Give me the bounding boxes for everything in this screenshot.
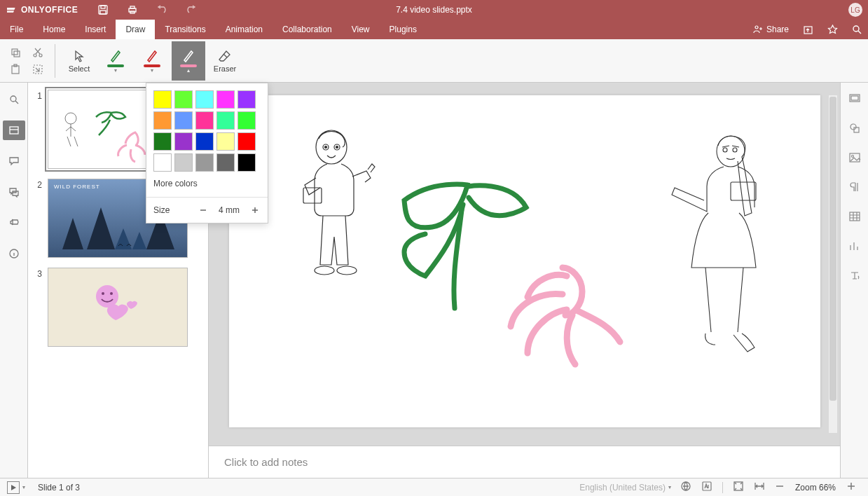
tab-collaboration[interactable]: Collaboration	[273, 20, 342, 39]
textart-settings-icon[interactable]	[845, 266, 864, 284]
fit-slide-icon[interactable]	[733, 481, 744, 494]
more-colors-button[interactable]: More colors	[153, 172, 261, 193]
svg-point-21	[65, 113, 76, 124]
tab-file[interactable]: File	[0, 20, 33, 39]
user-avatar[interactable]: LG	[848, 3, 862, 17]
paste-icon[interactable]	[10, 64, 21, 75]
eraser-label: Eraser	[214, 64, 236, 73]
color-swatch[interactable]	[174, 153, 193, 172]
select-all-icon[interactable]	[32, 64, 43, 75]
color-swatch[interactable]	[153, 153, 172, 172]
shape-settings-icon[interactable]	[845, 119, 864, 137]
fit-width-icon[interactable]	[754, 481, 765, 494]
slide-canvas[interactable]	[229, 95, 820, 427]
color-swatch[interactable]	[195, 132, 214, 151]
color-swatch[interactable]	[174, 90, 193, 109]
favorite-icon[interactable]	[827, 25, 838, 35]
pen-3[interactable]: ▴	[172, 41, 205, 81]
slideshow-dropdown-icon[interactable]: ▾	[22, 484, 25, 490]
color-swatch[interactable]	[237, 153, 256, 172]
chevron-down-icon[interactable]: ▾	[151, 69, 153, 73]
slide-indicator: Slide 1 of 3	[38, 483, 80, 492]
menubar: File Home Insert Draw Transitions Animat…	[0, 20, 868, 39]
slide-2-caption: WILD FOREST	[54, 184, 100, 190]
size-decrease-button[interactable]	[198, 205, 209, 216]
zoom-out-icon[interactable]	[775, 481, 785, 493]
copy-icon[interactable]	[10, 47, 21, 58]
color-swatch[interactable]	[153, 111, 172, 130]
comments-icon[interactable]	[3, 151, 25, 171]
zoom-in-icon[interactable]	[846, 481, 856, 493]
spellcheck-icon[interactable]	[680, 481, 691, 494]
color-swatch[interactable]	[174, 132, 193, 151]
pen-1[interactable]: ▾	[99, 41, 132, 81]
image-settings-icon[interactable]	[845, 149, 864, 167]
cut-icon[interactable]	[32, 47, 43, 58]
chevron-up-icon[interactable]: ▴	[187, 69, 190, 73]
statusbar: ▾ Slide 1 of 3 English (United States) ▾…	[0, 478, 868, 496]
print-icon[interactable]	[127, 4, 138, 15]
start-slideshow-icon[interactable]	[7, 481, 20, 494]
eraser-tool[interactable]: Eraser	[208, 41, 242, 81]
tab-animation[interactable]: Animation	[216, 20, 273, 39]
slides-panel-icon[interactable]	[3, 120, 25, 140]
find-icon[interactable]	[3, 90, 25, 109]
notes-area[interactable]: Click to add notes	[209, 446, 840, 478]
paragraph-settings-icon[interactable]	[845, 178, 864, 196]
svg-rect-40	[854, 128, 859, 132]
svg-point-28	[324, 146, 326, 149]
color-swatch[interactable]	[195, 153, 214, 172]
open-location-icon[interactable]	[803, 25, 813, 35]
svg-point-8	[755, 26, 758, 29]
chevron-down-icon[interactable]: ▾	[114, 69, 117, 73]
undo-icon[interactable]	[156, 4, 167, 15]
chat-icon[interactable]	[3, 182, 25, 202]
select-tool[interactable]: Select	[62, 41, 96, 81]
pen-2[interactable]: ▾	[135, 41, 169, 81]
about-icon[interactable]	[3, 244, 25, 263]
share-label: Share	[766, 25, 789, 34]
tab-insert[interactable]: Insert	[75, 20, 116, 39]
color-swatch[interactable]	[195, 111, 214, 130]
svg-point-34	[723, 148, 727, 152]
vertical-scrollbar[interactable]	[829, 95, 837, 433]
color-swatch[interactable]	[153, 90, 172, 109]
color-swatch[interactable]	[195, 90, 214, 109]
slide-settings-icon[interactable]	[845, 90, 864, 108]
color-swatch[interactable]	[216, 153, 235, 172]
tab-draw[interactable]: Draw	[116, 20, 155, 39]
svg-point-32	[337, 266, 357, 275]
color-swatch[interactable]	[153, 132, 172, 151]
doclang-icon[interactable]	[701, 481, 712, 494]
app-name: ONLYOFFICE	[21, 5, 78, 15]
svg-point-22	[96, 285, 118, 308]
language-label[interactable]: English (United States)	[579, 483, 666, 492]
language-dropdown-icon[interactable]: ▾	[668, 484, 671, 490]
color-swatch[interactable]	[237, 90, 256, 109]
share-button[interactable]: Share	[753, 25, 789, 34]
size-increase-button[interactable]	[249, 205, 261, 216]
table-settings-icon[interactable]	[845, 207, 864, 226]
search-icon[interactable]	[852, 25, 862, 35]
color-swatch[interactable]	[216, 132, 235, 151]
tab-plugins[interactable]: Plugins	[380, 20, 427, 39]
feedback-icon[interactable]	[3, 213, 25, 233]
chart-settings-icon[interactable]	[845, 237, 864, 255]
tab-home[interactable]: Home	[33, 20, 75, 39]
redo-icon[interactable]	[186, 4, 197, 15]
svg-rect-36	[731, 182, 756, 200]
tab-view[interactable]: View	[342, 20, 380, 39]
color-swatch[interactable]	[216, 90, 235, 109]
save-icon[interactable]	[97, 4, 109, 15]
color-swatch[interactable]	[237, 132, 256, 151]
color-swatch[interactable]	[237, 111, 256, 130]
color-swatch[interactable]	[216, 111, 235, 130]
svg-rect-4	[100, 11, 106, 14]
svg-point-10	[853, 26, 859, 32]
boy-drawing	[285, 123, 383, 284]
zoom-label[interactable]: Zoom 66%	[795, 483, 836, 492]
tab-transitions[interactable]: Transitions	[155, 20, 215, 39]
color-swatch[interactable]	[174, 111, 193, 130]
pen-3-swatch	[180, 64, 197, 67]
slide-thumb-3[interactable]	[48, 268, 188, 347]
